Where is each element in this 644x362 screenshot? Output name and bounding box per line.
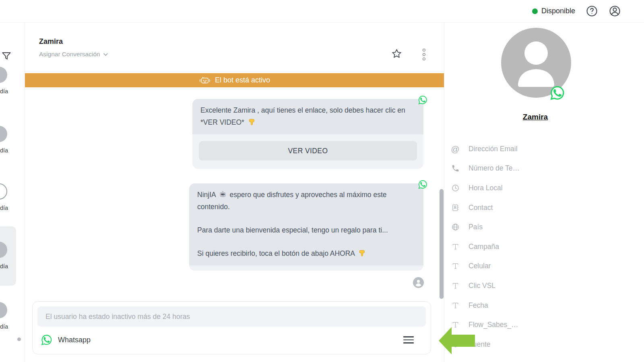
text-field-icon: [450, 282, 460, 290]
pointing-down-emoji: [248, 118, 256, 126]
whatsapp-channel-icon: [418, 179, 428, 189]
conversation-list-rail: día día día día día: [0, 23, 25, 362]
text-field-icon: [450, 302, 460, 309]
conversation-avatar[interactable]: [0, 302, 7, 318]
user-icon: [609, 5, 621, 17]
message-history: Excelente Zamira , aquí tienes el enlace…: [25, 87, 444, 300]
field-label: Celular: [469, 262, 491, 270]
star-icon: [391, 48, 402, 59]
field-label: Contact: [469, 204, 493, 212]
phone-icon: [450, 164, 460, 173]
contact-panel: Zamira @ Dirección Email Número de Te…: [444, 23, 644, 362]
contact-field-phone[interactable]: Número de Te…: [450, 159, 640, 179]
hamburger-menu-icon: [403, 339, 414, 341]
message-text: Excelente Zamira , aquí tienes el enlace…: [192, 99, 423, 134]
message-text: NinjIA espero que disfrutes y aproveches: [189, 183, 423, 265]
contact-field-country[interactable]: País: [450, 217, 640, 237]
text-field-icon: [450, 243, 460, 251]
assign-conversation-dropdown[interactable]: Asignar Conversación: [39, 51, 108, 58]
field-label: País: [469, 223, 483, 231]
composer: Whatsapp: [25, 300, 444, 362]
bot-active-banner: El bot está activo: [25, 73, 444, 87]
hamburger-menu-icon: [403, 342, 414, 343]
topbar: Disponible: [0, 0, 644, 23]
rail-scroll-indicator[interactable]: [17, 337, 21, 341]
field-label: Campaña: [469, 243, 499, 251]
conversation-time-label[interactable]: día: [0, 323, 8, 330]
composer-toolbar: Whatsapp: [37, 331, 426, 349]
status-label: Disponible: [541, 7, 575, 15]
clock-icon: [450, 184, 460, 192]
field-label: Dirección Email: [469, 145, 518, 153]
conversation-time-label[interactable]: día: [0, 88, 8, 95]
help-icon: [586, 5, 598, 17]
funnel-filter-icon: [1, 51, 12, 62]
kebab-dot-icon: [423, 53, 425, 56]
chat-contact-name: Zamira: [39, 37, 63, 46]
conversation-time-label[interactable]: día: [0, 263, 8, 269]
conversation-time-label[interactable]: día: [0, 147, 8, 154]
message-text-line: Si quieres recibirlo, toca el botón de a…: [197, 249, 355, 257]
whatsapp-channel-icon: [418, 95, 428, 105]
annotation-arrow-left: [438, 326, 475, 355]
status-dot: [532, 8, 538, 14]
chat-header: Zamira Asignar Conversación: [25, 23, 444, 73]
contact-card-icon: [450, 204, 460, 212]
contact-field-cellphone[interactable]: Celular: [450, 257, 640, 276]
filter-conversations-button[interactable]: [1, 51, 12, 62]
contact-field-email[interactable]: @ Dirección Email: [450, 139, 640, 159]
composer-menu-button[interactable]: [402, 335, 415, 345]
message-input[interactable]: [37, 306, 426, 327]
availability-selector[interactable]: Disponible: [532, 7, 575, 15]
conversation-time-label[interactable]: día: [0, 205, 8, 211]
contact-field-source[interactable]: Fuente: [450, 335, 640, 354]
messages-scrollbar[interactable]: [440, 189, 444, 299]
read-receipt-avatar: [413, 277, 424, 288]
message-text-line: Para darte una bienvenida especial, teng…: [197, 226, 388, 234]
bot-message-bubble: NinjIA espero que disfrutes y aproveches: [189, 183, 423, 271]
message-button-area: VER VIDEO: [192, 134, 423, 169]
field-label: Clic VSL: [469, 282, 495, 290]
ver-video-button[interactable]: VER VIDEO: [199, 141, 417, 160]
text-field-icon: [450, 262, 460, 270]
contact-field-date[interactable]: Fecha: [450, 296, 640, 315]
kebab-dot-icon: [423, 49, 425, 51]
at-sign-icon: @: [450, 145, 460, 153]
field-label: Flow_Sabes_…: [469, 321, 518, 329]
contact-field-clic-vsl[interactable]: Clic VSL: [450, 276, 640, 296]
contact-field-contact[interactable]: Contact: [450, 198, 640, 218]
favorite-conversation-button[interactable]: [391, 48, 402, 59]
bot-active-label: El bot está activo: [215, 76, 270, 84]
field-label: Hora Local: [469, 184, 503, 192]
conversation-options-button[interactable]: [422, 48, 426, 61]
pointing-down-emoji: [358, 249, 366, 257]
conversation-avatar[interactable]: [0, 67, 7, 83]
contact-avatar: [501, 28, 571, 98]
message-text-line: Excelente Zamira , aquí tienes el enlace…: [200, 106, 405, 126]
assign-conversation-label: Asignar Conversación: [39, 51, 100, 58]
conversation-avatar[interactable]: [0, 126, 7, 142]
globe-icon: [450, 223, 460, 231]
contact-name-link[interactable]: Zamira: [444, 113, 626, 121]
robot-icon: [199, 76, 211, 85]
contact-field-local-time[interactable]: Hora Local: [450, 178, 640, 198]
app-window: Disponible: [0, 0, 644, 362]
contact-field-campaign[interactable]: Campaña: [450, 237, 640, 257]
bot-message-bubble: Excelente Zamira , aquí tienes el enlace…: [192, 99, 423, 169]
chevron-down-icon: [103, 53, 108, 56]
chat-panel: Zamira Asignar Conversación: [25, 23, 444, 362]
hamburger-menu-icon: [403, 336, 414, 337]
message-text-line: NinjIA: [197, 191, 216, 199]
contact-field-flow[interactable]: Flow_Sabes_…: [450, 315, 640, 335]
channel-selector[interactable]: Whatsapp: [41, 334, 91, 346]
robot-emoji: [219, 191, 227, 198]
kebab-dot-icon: [423, 58, 425, 60]
account-button[interactable]: [609, 5, 621, 17]
composer-card: Whatsapp: [32, 301, 431, 354]
channel-label: Whatsapp: [58, 336, 91, 344]
contact-fields: @ Dirección Email Número de Te… Hora Loc…: [450, 139, 640, 354]
main-area: día día día día día Zamira Asignar Conve…: [0, 23, 644, 362]
field-label: Número de Te…: [469, 164, 520, 173]
help-button[interactable]: [586, 5, 598, 17]
conversation-avatar[interactable]: [0, 183, 7, 200]
